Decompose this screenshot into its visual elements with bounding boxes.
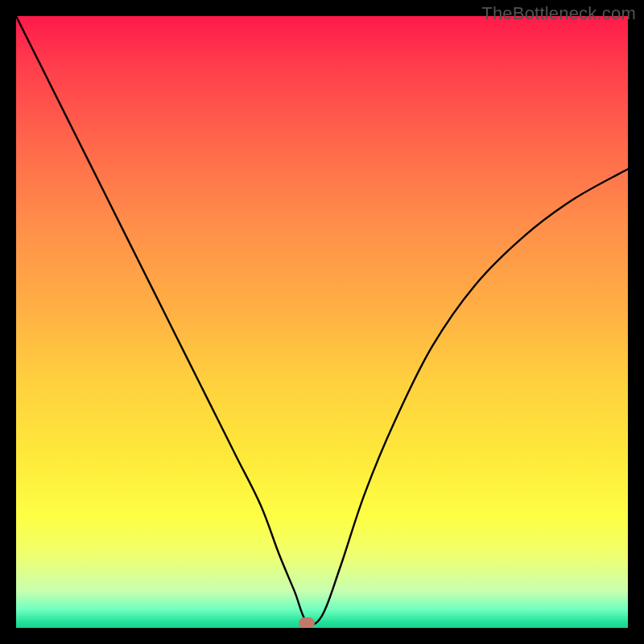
optimal-point-marker	[299, 617, 315, 628]
bottleneck-curve	[16, 16, 628, 628]
watermark-text: TheBottleneck.com	[481, 3, 636, 24]
chart-frame: TheBottleneck.com	[0, 0, 644, 644]
plot-area	[16, 16, 628, 628]
